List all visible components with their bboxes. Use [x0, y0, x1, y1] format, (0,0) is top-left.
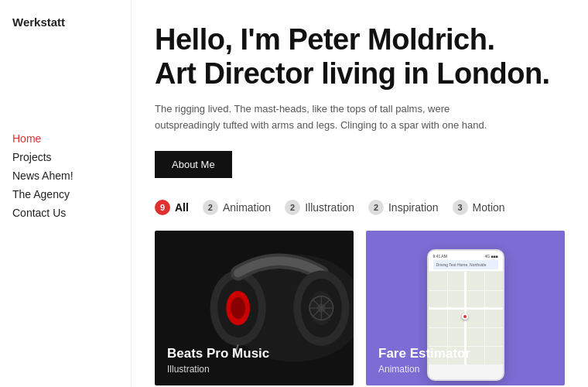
filter-illustration-label: Illustration: [305, 201, 354, 214]
card-fare-label: Fare Estimator Animation: [366, 335, 483, 385]
phone-route-bar: Driving Test Home, Northside: [433, 260, 498, 269]
about-me-button[interactable]: About Me: [155, 151, 232, 178]
card-beats[interactable]: Beats Pro Music Illustration: [155, 231, 354, 385]
filter-motion-badge: 3: [453, 200, 468, 215]
card-beats-label: Beats Pro Music Illustration: [155, 335, 282, 385]
filter-illustration[interactable]: 2 Illustration: [285, 200, 354, 215]
phone-header: 9:41 AM 4G ■■■ Driving Test Home, Norths…: [429, 251, 503, 272]
filter-all[interactable]: 9 All: [155, 200, 189, 215]
svg-point-4: [231, 297, 245, 319]
filter-all-label: All: [175, 201, 189, 214]
sidebar-item-home[interactable]: Home: [12, 129, 118, 148]
card-beats-title: Beats Pro Music: [167, 346, 269, 361]
card-beats-subtitle: Illustration: [167, 364, 269, 375]
filter-animation-badge: 2: [203, 200, 218, 215]
filter-animation-label: Animation: [223, 201, 271, 214]
sidebar-nav: Home Projects News Ahem! The Agency Cont…: [12, 129, 118, 222]
sidebar-item-contact[interactable]: Contact Us: [12, 204, 118, 222]
hero-description: The rigging lived. The mast-heads, like …: [155, 101, 487, 134]
filter-animation[interactable]: 2 Animation: [203, 200, 271, 215]
filter-inspiration-badge: 2: [368, 200, 384, 215]
sidebar-logo: Werkstatt: [12, 15, 118, 29]
filter-motion-label: Motion: [473, 201, 505, 214]
card-fare-subtitle: Animation: [378, 364, 470, 375]
sidebar: Werkstatt Home Projects News Ahem! The A…: [0, 0, 132, 387]
filter-motion[interactable]: 3 Motion: [453, 200, 505, 215]
sidebar-item-projects[interactable]: Projects: [12, 148, 118, 166]
main-content: Hello, I'm Peter Moldrich. Art Director …: [132, 0, 588, 387]
map-location-dot: [462, 313, 468, 320]
filter-inspiration[interactable]: 2 Inspiration: [368, 200, 439, 215]
filter-inspiration-label: Inspiration: [388, 201, 439, 214]
filter-all-badge: 9: [155, 200, 170, 215]
filter-bar: 9 All 2 Animation 2 Illustration 2 Inspi…: [155, 200, 565, 215]
hero-title: Hello, I'm Peter Moldrich. Art Director …: [155, 23, 565, 91]
cards-row: Beats Pro Music Illustration 9:41 AM 4G …: [155, 231, 565, 385]
sidebar-item-news[interactable]: News Ahem!: [12, 166, 118, 185]
card-fare-title: Fare Estimator: [378, 346, 470, 361]
card-fare[interactable]: 9:41 AM 4G ■■■ Driving Test Home, Norths…: [366, 231, 565, 385]
filter-illustration-badge: 2: [285, 200, 300, 215]
phone-status-bar: 9:41 AM 4G ■■■: [433, 254, 498, 259]
sidebar-item-agency[interactable]: The Agency: [12, 185, 118, 204]
